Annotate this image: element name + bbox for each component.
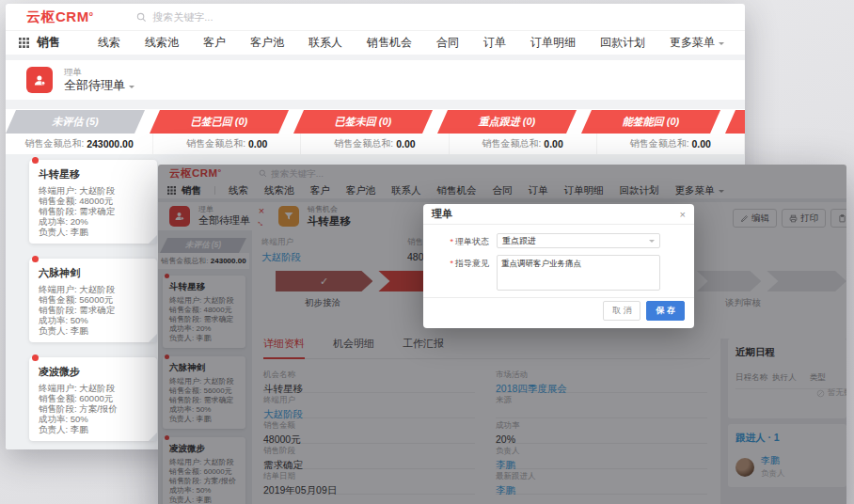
- global-search[interactable]: [136, 11, 284, 23]
- card-field: 成功率: 50%: [39, 315, 148, 325]
- card-field: 销售金额: 48000元: [39, 196, 148, 206]
- nav-item-orders[interactable]: 订单: [483, 35, 506, 51]
- tab-signed-returned[interactable]: 已签已回 (0): [150, 110, 289, 134]
- required-mark: *: [450, 259, 453, 268]
- spacer: [6, 100, 745, 109]
- chevron-down-icon: [649, 240, 655, 245]
- modal-footer: 取 消 保 存: [423, 297, 694, 323]
- status-select[interactable]: 重点跟进: [497, 233, 660, 248]
- card-field: 销售金额: 60000元: [39, 393, 148, 403]
- apps-grid-icon[interactable]: [19, 38, 29, 48]
- status-dot: [32, 256, 39, 262]
- tab-not-evaluated[interactable]: 未评估 (5): [6, 110, 145, 134]
- tab-can-sign-return[interactable]: 能签能回 (0): [581, 110, 720, 134]
- status-tab-band: 未评估 (5) 已签已回 (0) 已签未回 (0) 重点跟进 (0) 能签能回 …: [6, 109, 745, 154]
- required-mark: *: [450, 237, 453, 246]
- card-field: 终端用户: 大赵阶段: [39, 383, 148, 393]
- view-selector[interactable]: 全部待理单: [64, 78, 134, 93]
- advice-field-label: *指导意见: [423, 255, 489, 291]
- sum-row: 销售金额总和:243000.00 销售金额总和:0.00 销售金额总和:0.00…: [6, 134, 745, 154]
- crm-window-front: 云枢CRMo 销售 线索 线索池 客户 客户池 联系人 销售机会 合同 订单 订…: [158, 165, 846, 504]
- card-title: 六脉神剑: [39, 266, 148, 280]
- card-field: 负责人: 李鹏: [39, 325, 148, 336]
- desktop-stage: 云枢CRMo 销售 线索 线索池 客户 客户池 联系人 销售机会 合同 订单 订…: [0, 0, 854, 504]
- modal-title: 理单: [432, 207, 452, 221]
- cancel-button[interactable]: 取 消: [603, 301, 641, 321]
- nav-item-leads[interactable]: 线索: [98, 35, 120, 51]
- chevron-down-icon: [719, 42, 724, 48]
- module-label: 理单: [64, 67, 134, 78]
- advice-textarea[interactable]: 重点调研客户业务痛点: [497, 255, 660, 291]
- status-dot: [32, 354, 39, 361]
- card-field: 负责人: 李鹏: [39, 227, 148, 237]
- card-field: 成功率: 50%: [39, 414, 148, 424]
- card-title: 凌波微步: [39, 365, 148, 379]
- modal-header: 理单 ×: [423, 204, 694, 225]
- back-topbar: 云枢CRMo: [6, 4, 745, 30]
- nav-item-sales[interactable]: 销售: [37, 35, 60, 51]
- nav-item-payment-plan[interactable]: 回款计划: [600, 35, 645, 51]
- module-person-icon: [26, 67, 53, 93]
- chevron-down-icon: [129, 86, 134, 91]
- status-field-label: *理单状态: [423, 233, 489, 248]
- nav-item-customer-pool[interactable]: 客户池: [250, 35, 284, 51]
- card-field: 销售阶段: 需求确定: [39, 206, 148, 216]
- card-field: 终端用户: 大赵阶段: [39, 185, 148, 196]
- card-field: 负责人: 李鹏: [39, 424, 148, 434]
- opportunity-card[interactable]: 斗转星移 终端用户: 大赵阶段 销售金额: 48000元 销售阶段: 需求确定 …: [29, 160, 157, 244]
- nav-item-lead-pool[interactable]: 线索池: [145, 35, 179, 51]
- card-field: 终端用户: 大赵阶段: [39, 284, 148, 294]
- nav-item-more[interactable]: 更多菜单: [670, 35, 724, 51]
- save-button[interactable]: 保 存: [646, 301, 685, 321]
- nav-item-customers[interactable]: 客户: [203, 35, 226, 51]
- card-field: 销售金额: 56000元: [39, 294, 148, 305]
- main-nav: 销售 线索 线索池 客户 客户池 联系人 销售机会 合同 订单 订单明细 回款计…: [6, 30, 745, 55]
- nav-item-contracts[interactable]: 合同: [436, 35, 459, 51]
- tab-key-follow-up[interactable]: 重点跟进 (0): [437, 110, 577, 134]
- app-logo: 云枢CRMo: [26, 8, 93, 26]
- nav-item-order-details[interactable]: 订单明细: [530, 35, 576, 51]
- status-dot: [32, 157, 39, 164]
- nav-item-opportunities[interactable]: 销售机会: [367, 35, 412, 51]
- close-icon[interactable]: ×: [680, 209, 686, 220]
- card-title: 斗转星移: [39, 167, 148, 181]
- lidan-modal: 理单 × *理单状态 重点跟进 *指导意见 重点调研客户业务痛点 取 消: [423, 204, 694, 328]
- status-select-value: 重点跟进: [502, 235, 536, 247]
- card-field: 成功率: 20%: [39, 216, 148, 227]
- search-input[interactable]: [152, 11, 284, 23]
- opportunity-card[interactable]: 凌波微步 终端用户: 大赵阶段 销售金额: 60000元 销售阶段: 方案/报价…: [29, 357, 157, 441]
- nav-item-contacts[interactable]: 联系人: [308, 35, 342, 51]
- kanban-header: 理单 全部待理单: [6, 60, 745, 100]
- tab-stub: [725, 110, 745, 134]
- card-field: 销售阶段: 方案/报价: [39, 403, 148, 414]
- search-icon: [136, 12, 147, 23]
- opportunity-card[interactable]: 六脉神剑 终端用户: 大赵阶段 销售金额: 56000元 销售阶段: 需求确定 …: [29, 259, 157, 342]
- card-field: 销售阶段: 需求确定: [39, 305, 148, 315]
- tab-signed-not-returned[interactable]: 已签未回 (0): [293, 110, 433, 134]
